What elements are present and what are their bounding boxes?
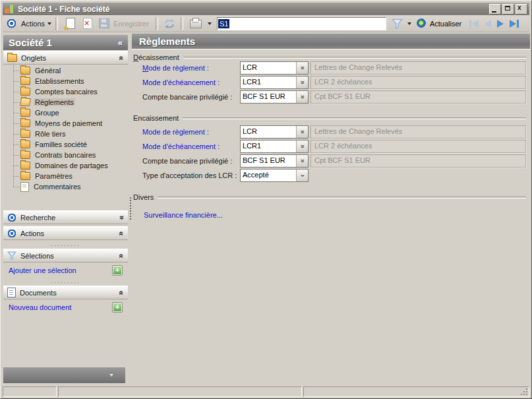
selections-funnel-icon [7,251,16,260]
new-record-button[interactable]: ★ [66,18,75,29]
compte-privilegie-enc-desc: Cpt BCF S1 EUR [310,154,526,168]
close-button[interactable]: x [516,4,527,15]
tree-item-role-tiers[interactable]: Rôle tiers [9,129,127,139]
mode-reglement-combo[interactable]: LCR « [240,61,309,75]
mode-reglement-enc-desc: Lettres de Change Relevés [310,125,526,138]
recherche-section-header[interactable]: Recherche « [3,210,128,224]
tree-item-groupe[interactable]: Groupe [9,107,127,118]
new-document-link[interactable]: Nouveau document [9,303,71,311]
tree-item-label: Familles société [34,140,88,148]
actions-section-header[interactable]: Actions « [3,226,128,240]
tree-item-familles-societe[interactable]: Familles société [9,139,127,150]
minimize-button[interactable] [489,4,501,15]
actions-target-icon [7,18,16,28]
section-splitter-grip[interactable]: ········· [3,243,128,248]
tree-item-label: Règlements [34,98,75,106]
mode-echeancement-label[interactable]: Mode d'échéancement : [142,78,220,86]
record-code-input[interactable]: S1 [217,17,386,30]
lookup-button[interactable]: « [296,62,308,74]
add-selection-plus-button[interactable] [112,265,123,276]
folder-icon [20,140,30,148]
filter-caret-icon[interactable] [407,22,411,25]
double-chevron-icon: « [299,131,305,134]
lookup-button[interactable]: « [296,140,308,152]
section-splitter-grip[interactable]: ········· [3,280,128,285]
tree-item-parametres[interactable]: Paramètres [9,171,127,181]
status-cell-left [3,386,57,397]
next-record-button[interactable] [497,20,504,28]
save-button[interactable]: Enregistrer [99,18,149,28]
mode-reglement-label[interactable]: Mode de règlement : [142,64,209,72]
chevron-up-icon[interactable]: « [119,231,125,235]
tree-item-domaines-de-partages[interactable]: Domaines de partages [9,160,127,171]
delete-record-button[interactable] [83,18,92,29]
tree-item-comptes-bancaires[interactable]: Comptes bancaires [9,86,127,97]
print-button[interactable] [190,20,202,28]
folder-icon [20,109,30,117]
print-caret-icon[interactable] [208,22,212,25]
new-document-plus-button[interactable] [112,302,123,313]
collapse-sidebar-icon[interactable]: « [118,38,123,47]
dropdown-button[interactable]: ‹ [296,169,308,181]
tree-item-label: Moyens de paiement [34,119,103,127]
tree-item-contrats-bancaires[interactable]: Contrats bancaires [9,150,127,160]
open-folder-icon [20,98,31,106]
add-selection-link[interactable]: Ajouter une sélection [9,266,76,274]
combo-value: BCF S1 EUR [241,155,296,167]
chevron-up-icon[interactable]: « [119,253,125,258]
combo-value: LCR [241,126,296,138]
tree-item-label: Comptes bancaires [34,88,99,96]
actions-menu-button[interactable]: Actions [21,20,45,28]
first-record-button[interactable] [469,20,479,28]
chevron-down-icon[interactable]: « [119,215,125,220]
chevron-up-icon[interactable]: « [119,55,125,60]
actions-section-label: Actions [20,230,44,237]
actualiser-button[interactable]: Actualiser [430,20,461,28]
mode-echeancement-enc-label[interactable]: Mode d'échéancement : [142,142,220,150]
group-divider [183,57,526,58]
refresh-icon[interactable] [163,18,175,29]
combo-value: LCR [241,62,296,74]
lookup-button[interactable]: « [296,91,308,103]
refresh-target-icon[interactable] [417,18,427,28]
mode-reglement-enc-combo[interactable]: LCR « [240,125,309,138]
previous-record-button[interactable] [485,20,491,28]
sidebar-bottom-bar[interactable] [3,367,125,383]
tree-item-label: Domaines de partages [34,162,109,169]
save-label: Enregistrer [113,20,149,28]
note-icon [20,182,29,192]
filter-icon[interactable] [392,18,403,29]
save-icon [99,18,109,28]
selections-label: Sélections [20,252,54,260]
mode-echeancement-combo[interactable]: LCR1 « [240,76,309,89]
last-record-button[interactable] [510,20,519,28]
mode-echeancement-enc-combo[interactable]: LCR1 « [240,140,309,153]
tree-item-commentaires[interactable]: Commentaires [9,181,127,192]
compte-privilegie-enc-combo[interactable]: BCF S1 EUR « [240,154,309,168]
tree-item-general[interactable]: Général [9,65,127,76]
double-chevron-icon: « [299,160,305,163]
lookup-button[interactable]: « [296,126,308,138]
type-acceptation-combo[interactable]: Accepté ‹ [240,169,309,182]
compte-privilegie-combo[interactable]: BCF S1 EUR « [240,90,309,104]
encaissement-groupbox: Encaissement [133,114,526,122]
maximize-button[interactable] [502,4,514,15]
documents-section-header[interactable]: Documents « [3,286,128,299]
surveillance-financiere-link[interactable]: Surveillance financière... [144,211,223,219]
actions-caret-icon[interactable] [47,22,51,25]
toolbar-separator [181,17,183,30]
selections-section-header[interactable]: Sélections « [3,249,128,262]
tree-item-reglements[interactable]: Règlements [9,97,127,107]
tree-item-label: Commentaires [32,183,82,191]
mode-echeancement-enc-desc: LCR 2 échéances [310,140,526,153]
tree-item-etablissements[interactable]: Etablissements [9,76,127,86]
folder-icon [20,77,30,85]
onglets-section-header[interactable]: Onglets « [3,51,128,65]
chevron-up-icon[interactable]: « [119,290,125,295]
mode-reglement-enc-label[interactable]: Mode de règlement : [142,128,209,136]
combo-value: LCR1 [241,140,296,152]
lookup-button[interactable]: « [296,155,308,167]
tree-item-moyens-de-paiement[interactable]: Moyens de paiement [9,118,127,129]
lookup-button[interactable]: « [296,77,308,88]
resize-grip[interactable] [526,394,527,395]
